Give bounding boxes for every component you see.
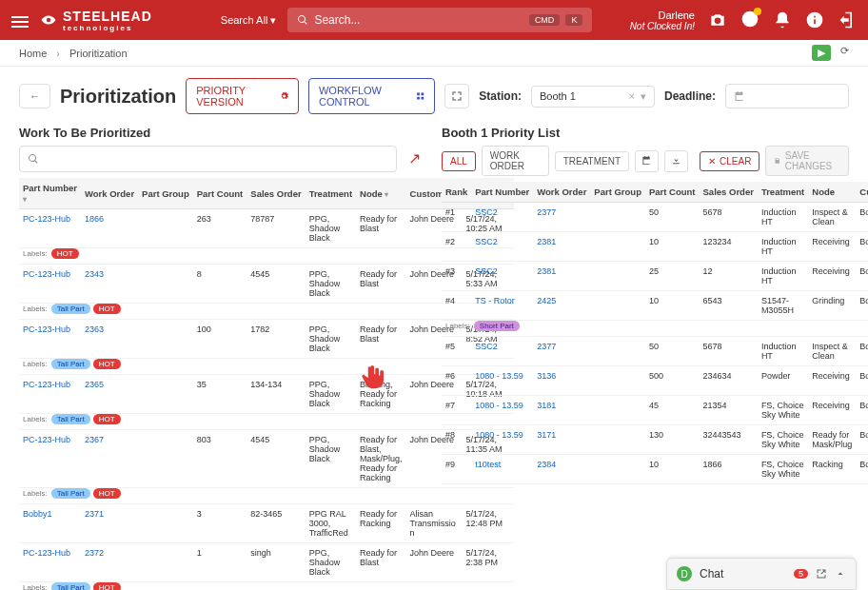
- left-search[interactable]: [19, 146, 397, 172]
- work-order-cell[interactable]: 3171: [533, 425, 590, 455]
- part-number-cell[interactable]: PC-123-Hub: [19, 430, 81, 488]
- col-work-order[interactable]: Work Order: [81, 178, 138, 209]
- table-row[interactable]: PC-123-Hub234384545PPG, Shadow BlackRead…: [19, 265, 514, 304]
- clear-button[interactable]: ✕ CLEAR: [700, 151, 760, 171]
- part-number-cell[interactable]: PC-123-Hub: [19, 375, 81, 414]
- table-row[interactable]: PC-123-Hub186626378787PPG, Shadow BlackR…: [19, 209, 514, 248]
- hamburger-icon[interactable]: [11, 13, 29, 27]
- part-number-cell[interactable]: SSC2: [471, 203, 533, 232]
- part-number-cell[interactable]: TS - Rotor: [471, 291, 533, 321]
- breadcrumb-home[interactable]: Home: [19, 48, 47, 59]
- work-order-cell[interactable]: 2384: [533, 455, 590, 484]
- part-number-cell[interactable]: PC-123-Hub: [19, 209, 81, 248]
- table-row[interactable]: PC-123-Hub23721singhPPG, Shadow BlackRea…: [19, 543, 514, 582]
- table-row[interactable]: PC-123-Hub23631001782PPG, Shadow BlackRe…: [19, 320, 514, 359]
- workflow-control-button[interactable]: WORKFLOW CONTROL: [308, 78, 435, 114]
- global-search-input[interactable]: [314, 13, 523, 27]
- user-info[interactable]: Darlene Not Clocked In!: [630, 10, 695, 31]
- table-row[interactable]: #2SSC2238110123234Induction HTReceivingB…: [442, 232, 868, 262]
- refresh-icon[interactable]: ⟳: [840, 45, 849, 61]
- col-node[interactable]: Node: [808, 182, 856, 203]
- col-part-number[interactable]: Part Number: [471, 182, 533, 203]
- work-order-cell[interactable]: 1866: [81, 209, 138, 248]
- move-right-button[interactable]: ↗: [403, 146, 426, 172]
- col-customer[interactable]: Customer: [856, 182, 868, 203]
- part-number-cell[interactable]: t10test: [471, 455, 533, 484]
- part-number-cell[interactable]: Bobby1: [19, 504, 81, 543]
- left-search-input[interactable]: [45, 152, 388, 166]
- global-search[interactable]: CMD K: [287, 8, 592, 32]
- chat-widget[interactable]: D Chat 5: [666, 558, 857, 590]
- clear-station-icon[interactable]: ×: [629, 90, 635, 102]
- col-sales-order[interactable]: Sales Order: [247, 178, 305, 209]
- work-order-cell[interactable]: 2363: [81, 320, 138, 359]
- col-part-group[interactable]: Part Group: [138, 178, 193, 209]
- workflow-expand-button[interactable]: [444, 84, 469, 108]
- work-order-cell[interactable]: 2377: [533, 203, 590, 232]
- info-icon[interactable]: [805, 10, 824, 30]
- part-number-cell[interactable]: PC-123-Hub: [19, 320, 81, 359]
- save-changes-button[interactable]: SAVE CHANGES: [765, 146, 849, 176]
- priority-version-button[interactable]: PRIORITY VERSION: [186, 78, 299, 114]
- work-order-cell[interactable]: 2365: [81, 375, 138, 414]
- table-row[interactable]: #9t10test2384101866FS, Choice Sky WhiteR…: [442, 455, 868, 484]
- open-in-new-icon[interactable]: [816, 568, 827, 580]
- part-number-cell[interactable]: 1080 - 13.59: [471, 425, 533, 455]
- table-row[interactable]: #81080 - 13.59317113032443543FS, Choice …: [442, 425, 868, 455]
- calendar-button[interactable]: [635, 150, 659, 172]
- back-button[interactable]: ←: [19, 84, 50, 108]
- brand-logo[interactable]: STEELHEAD technologies: [40, 9, 152, 32]
- work-order-cell[interactable]: 3181: [533, 396, 590, 425]
- col-treatment[interactable]: Treatment: [758, 182, 808, 203]
- part-number-cell[interactable]: SSC2: [471, 262, 533, 291]
- col-part-group[interactable]: Part Group: [590, 182, 645, 203]
- work-order-cell[interactable]: 2381: [533, 232, 590, 262]
- part-number-cell[interactable]: PC-123-Hub: [19, 543, 81, 582]
- part-number-cell[interactable]: SSC2: [471, 232, 533, 262]
- part-number-cell[interactable]: SSC2: [471, 337, 533, 366]
- part-number-cell[interactable]: 1080 - 13.59: [471, 396, 533, 425]
- play-icon[interactable]: ▶: [812, 45, 831, 61]
- table-row[interactable]: #1SSC22377505678Induction HTInspect & Cl…: [442, 203, 868, 232]
- work-order-cell[interactable]: 2371: [81, 504, 138, 543]
- col-work-order[interactable]: Work Order: [533, 182, 590, 203]
- table-row[interactable]: #5SSC22377505678Induction HTInspect & Cl…: [442, 337, 868, 366]
- table-row[interactable]: PC-123-Hub236535134-134PPG, Shadow Black…: [19, 375, 514, 414]
- col-node[interactable]: Node ▾: [356, 178, 406, 209]
- col-part-count[interactable]: Part Count: [645, 182, 700, 203]
- filter-treatment[interactable]: TREATMENT: [555, 151, 629, 171]
- station-select[interactable]: Booth 1 × ▾: [531, 86, 655, 108]
- part-group-cell: [590, 232, 645, 262]
- table-row[interactable]: #61080 - 13.593136500234634PowderReceivi…: [442, 366, 868, 396]
- table-row[interactable]: #4TS - Rotor2425106543S1547-M3055HGrindi…: [442, 291, 868, 321]
- filter-all[interactable]: ALL: [442, 151, 476, 171]
- table-row[interactable]: #3SSC223812512Induction HTReceivingBoein…: [442, 262, 868, 291]
- col-treatment[interactable]: Treatment: [306, 178, 356, 209]
- clock-icon-wrap[interactable]: [740, 10, 760, 30]
- work-order-cell[interactable]: 2343: [81, 265, 138, 304]
- work-order-cell[interactable]: 2425: [533, 291, 590, 321]
- camera-icon[interactable]: [708, 10, 727, 30]
- node-cell: Ready for Racking: [356, 504, 406, 543]
- chevron-up-icon[interactable]: [835, 568, 846, 580]
- part-number-cell[interactable]: PC-123-Hub: [19, 265, 81, 304]
- work-order-cell[interactable]: 2381: [533, 262, 590, 291]
- col-part-number[interactable]: Part Number▾: [19, 178, 81, 209]
- work-order-cell[interactable]: 2377: [533, 337, 590, 366]
- logout-icon[interactable]: [838, 10, 857, 30]
- table-row[interactable]: Bobby12371382-3465PPG RAL 3000, TrafficR…: [19, 504, 514, 543]
- export-button[interactable]: [664, 150, 688, 172]
- table-row[interactable]: PC-123-Hub23678034545PPG, Shadow BlackRe…: [19, 430, 514, 488]
- work-order-cell[interactable]: 2367: [81, 430, 138, 488]
- work-order-cell[interactable]: 3136: [533, 366, 590, 396]
- part-number-cell[interactable]: 1080 - 13.59: [471, 366, 533, 396]
- bell-icon[interactable]: [773, 10, 792, 30]
- col-part-count[interactable]: Part Count: [193, 178, 247, 209]
- deadline-input[interactable]: [725, 84, 849, 108]
- work-order-cell[interactable]: 2372: [81, 543, 138, 582]
- col-rank[interactable]: Rank: [442, 182, 471, 203]
- filter-work-order[interactable]: WORK ORDER: [482, 146, 549, 176]
- table-row[interactable]: #71080 - 13.5931814521354FS, Choice Sky …: [442, 396, 868, 425]
- col-sales-order[interactable]: Sales Order: [700, 182, 758, 203]
- search-all-dropdown[interactable]: Search All ▾: [221, 14, 277, 27]
